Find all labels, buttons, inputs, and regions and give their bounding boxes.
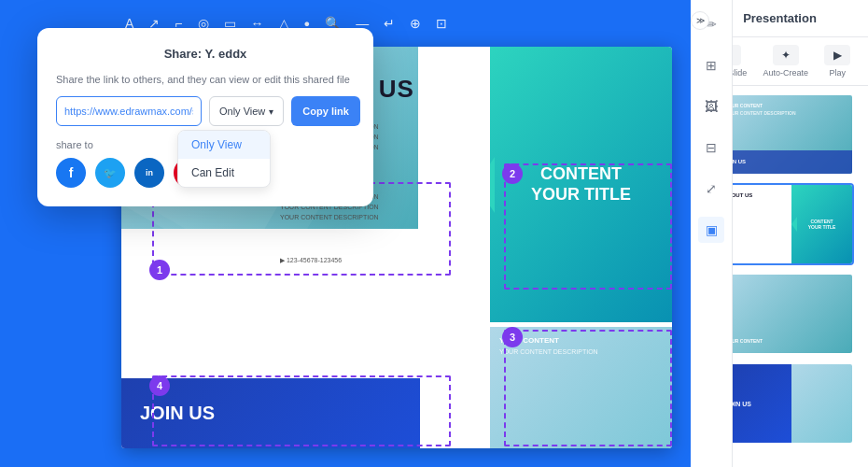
share-dialog: Share: Y. eddx Share the link to others,… <box>37 28 373 206</box>
link-input[interactable] <box>56 96 202 126</box>
thumb-right-2: CONTENTYOUR TITLE <box>791 185 852 263</box>
copy-link-button[interactable]: Copy link <box>291 96 360 126</box>
toolbar-frame-icon[interactable]: ⊡ <box>432 14 451 33</box>
thumb-bg-2: ABOUT US CONTENTYOUR TITLE <box>718 185 852 263</box>
facebook-icon[interactable]: f <box>56 158 86 188</box>
icon-sidebar: ✏ ⊞ 🖼 ⊟ ⤢ ▣ <box>691 0 733 467</box>
link-row: Only View Copy link Only View Can Edit <box>56 96 355 126</box>
badge-2: 2 <box>502 163 523 184</box>
slide-thumb-1[interactable]: YOUR CONTENT YOUR CONTENT DESCRIPTION JO… <box>716 93 854 176</box>
badge-4: 4 <box>149 375 170 396</box>
badge-1: 1 <box>149 260 170 280</box>
thumb-bg-4: JOIN US <box>718 364 852 443</box>
sidebar-grid-icon[interactable]: ⊟ <box>698 134 724 161</box>
linkedin-icon[interactable]: in <box>134 158 164 188</box>
toolbar-plus-icon[interactable]: ⊕ <box>406 14 425 33</box>
thumb-arrow-2 <box>791 217 797 232</box>
slide-thumb-2[interactable]: ABOUT US CONTENTYOUR TITLE <box>716 183 854 265</box>
thumb-content-title-2: CONTENTYOUR TITLE <box>808 219 836 230</box>
thumb-content-desc-1: YOUR CONTENT DESCRIPTION <box>725 110 796 116</box>
thumb-bg-1: YOUR CONTENT YOUR CONTENT DESCRIPTION JO… <box>718 95 852 174</box>
right-panel-title: Presentation <box>743 11 817 25</box>
slide-right-panel: CONTENT YOUR TITLE <box>490 47 672 322</box>
twitter-icon[interactable]: 🐦 <box>95 158 125 188</box>
join-us-text: JOIN US <box>140 403 215 424</box>
auto-create-label: Auto-Create <box>763 68 809 78</box>
auto-create-icon: ✦ <box>773 45 799 65</box>
option-only-view[interactable]: Only View <box>178 131 270 159</box>
phone-line: ▶ 123-45678-123456 <box>280 257 342 264</box>
sidebar-image-icon[interactable]: 🖼 <box>698 93 724 120</box>
sidebar-present-icon[interactable]: ▣ <box>698 217 724 243</box>
bottom-right-desc: YOUR CONTENT DESCRIPTION <box>499 348 663 355</box>
slide-thumb-3[interactable]: YOUR CONTENT <box>716 273 854 355</box>
play-icon: ▶ <box>824 45 850 65</box>
play-label: Play <box>830 68 847 78</box>
sidebar-expand-icon[interactable]: ⤢ <box>698 176 724 202</box>
thumb-right-4 <box>791 364 852 443</box>
auto-create-button[interactable]: ✦ Auto-Create <box>763 45 809 78</box>
toolbar-redo-icon[interactable]: ↵ <box>380 14 399 33</box>
chevron-down-icon <box>269 106 273 117</box>
thumb-bg-3: YOUR CONTENT <box>718 275 852 353</box>
option-can-edit[interactable]: Can Edit <box>178 159 270 187</box>
dialog-title: Share: Y. eddx <box>56 47 355 61</box>
collapse-button[interactable]: ≫ <box>691 11 709 30</box>
dialog-subtitle: Share the link to others, and they can v… <box>56 74 355 85</box>
slide-thumb-4[interactable]: JOIN US <box>716 362 854 445</box>
panel-arrow <box>490 157 495 213</box>
badge-3: 3 <box>502 327 523 347</box>
right-panel-title: CONTENT YOUR TITLE <box>531 164 631 205</box>
play-button[interactable]: ▶ Play <box>824 45 850 78</box>
view-mode-dropdown[interactable]: Only View <box>209 96 284 126</box>
sidebar-layout-icon[interactable]: ⊞ <box>698 52 724 78</box>
bottom-right-label: YOUR CONTENT <box>499 336 663 345</box>
dropdown-label: Only View <box>219 106 265 117</box>
dropdown-menu: Only View Can Edit <box>177 130 271 188</box>
